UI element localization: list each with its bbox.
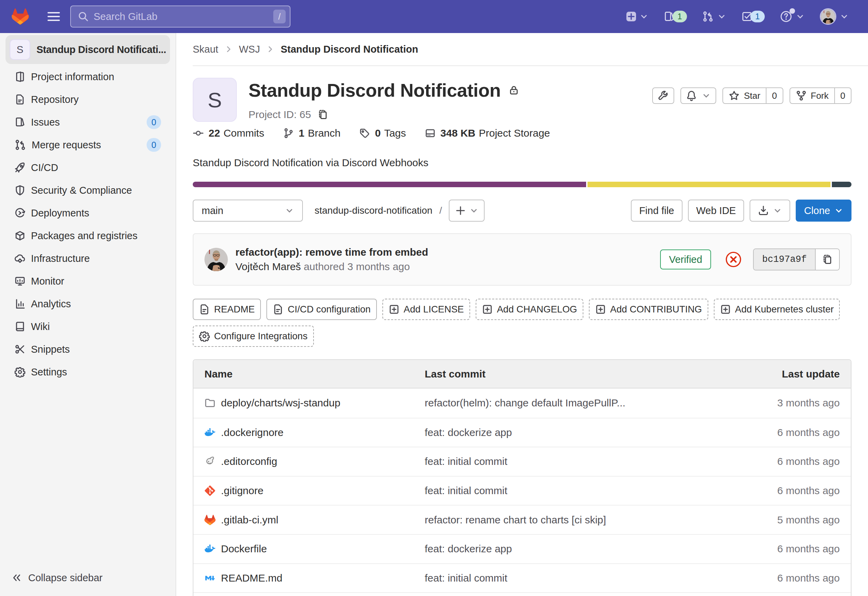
commit-author[interactable]: Vojtěch Mareš xyxy=(235,261,301,272)
gitlab-logo-icon[interactable] xyxy=(12,8,29,25)
project-avatar: S xyxy=(193,78,237,122)
breadcrumb-group[interactable]: Skaut xyxy=(193,44,218,55)
sidebar-project-context[interactable]: S Standup Discord Notificati... xyxy=(6,35,170,64)
column-header-last-commit: Last commit xyxy=(414,368,713,380)
sidebar-item[interactable]: Snippets xyxy=(0,338,176,361)
file-row: .gitlab-ci.yml refactor: rename chart to… xyxy=(193,505,851,534)
breadcrumb-subgroup[interactable]: WSJ xyxy=(239,44,260,55)
sidebar-item-badge: 0 xyxy=(147,115,161,129)
quick-action-button[interactable]: Configure Integrations xyxy=(193,326,314,347)
notifications-button[interactable] xyxy=(681,87,716,104)
sidebar-item[interactable]: Infrastructure xyxy=(0,247,176,270)
sidebar-nav: Project information Repository Issues 0 … xyxy=(0,65,176,384)
plus-square-icon xyxy=(595,304,606,315)
project-stat[interactable]: 348 KB Project Storage xyxy=(425,127,550,139)
plus-icon xyxy=(626,12,636,21)
language-bar[interactable] xyxy=(193,182,852,187)
issues-nav-button[interactable]: 1 xyxy=(664,11,687,22)
file-commit-message[interactable]: refactor(helm): change default ImagePull… xyxy=(425,397,625,409)
file-commit-message[interactable]: refactor: rename chart to charts [ci ski… xyxy=(425,514,606,525)
chevron-down-icon xyxy=(773,206,782,215)
project-stat[interactable]: 1 Branch xyxy=(283,127,341,139)
file-commit-message[interactable]: feat: initial commit xyxy=(425,572,507,584)
sidebar-item[interactable]: Security & Compliance xyxy=(0,179,176,202)
verified-badge[interactable]: Verified xyxy=(660,249,712,270)
user-menu-button[interactable] xyxy=(820,8,849,25)
sidebar-item[interactable]: Analytics xyxy=(0,292,176,315)
file-commit-message[interactable]: feat: dockerize app xyxy=(425,427,512,438)
download-button[interactable] xyxy=(750,199,790,221)
sidebar-item-label: Analytics xyxy=(31,298,71,310)
project-stat[interactable]: 22 Commits xyxy=(193,127,264,139)
clone-button[interactable]: Clone xyxy=(796,199,852,221)
wrench-icon xyxy=(658,90,669,101)
search-bar[interactable]: / xyxy=(70,6,291,28)
sidebar-item[interactable]: Packages and registries xyxy=(0,224,176,247)
commit-message[interactable]: refactor(app): remove time from embed xyxy=(235,246,428,258)
fork-button[interactable]: Fork xyxy=(790,88,834,103)
copy-project-id-icon[interactable] xyxy=(317,109,328,120)
commit-meta: Vojtěch Mareš authored 3 months ago xyxy=(235,261,428,273)
sidebar-item[interactable]: Issues 0 xyxy=(0,111,176,134)
sidebar-item[interactable]: CI/CD xyxy=(0,156,176,179)
settings-wrench-button[interactable] xyxy=(652,87,674,104)
sidebar-item[interactable]: Repository xyxy=(0,88,176,111)
file-commit-message[interactable]: feat: initial commit xyxy=(425,456,507,467)
search-input[interactable] xyxy=(94,11,273,22)
sidebar-project-name: Standup Discord Notificati... xyxy=(37,44,166,55)
todos-nav-button[interactable]: 1 xyxy=(741,11,765,22)
project-stat[interactable]: 0 Tags xyxy=(359,127,406,139)
collapse-sidebar-button[interactable]: Collapse sidebar xyxy=(0,566,176,589)
quick-action-button[interactable]: Add LICENSE xyxy=(382,299,470,320)
commit-author-avatar[interactable] xyxy=(204,248,228,271)
repo-path-root[interactable]: standup-discord-notification xyxy=(314,205,432,216)
merge-request-icon xyxy=(702,11,714,22)
file-name[interactable]: .editorconfig xyxy=(221,456,277,467)
branch-selector[interactable]: main xyxy=(193,199,303,221)
pipeline-failed-icon[interactable] xyxy=(726,252,741,267)
quick-action-button[interactable]: Add CONTRIBUTING xyxy=(589,299,708,320)
file-name[interactable]: .gitignore xyxy=(221,485,263,497)
git-icon xyxy=(204,485,216,496)
markdown-icon xyxy=(204,572,216,584)
sidebar-item[interactable]: Monitor xyxy=(0,270,176,292)
search-icon xyxy=(78,11,89,22)
star-button[interactable]: Star xyxy=(723,88,766,103)
sidebar-item[interactable]: Project information xyxy=(0,65,176,88)
repository-icon xyxy=(15,94,25,105)
quick-action-button[interactable]: Add Kubernetes cluster xyxy=(714,299,840,320)
repo-toolbar: main standup-discord-notification / Find… xyxy=(193,199,852,221)
file-commit-message[interactable]: feat: initial commit xyxy=(425,485,507,496)
copy-sha-button[interactable] xyxy=(815,249,839,270)
file-name[interactable]: README.md xyxy=(221,572,282,584)
sidebar-item[interactable]: Deployments xyxy=(0,202,176,224)
find-file-button[interactable]: Find file xyxy=(631,199,682,221)
notification-dot xyxy=(790,8,795,14)
help-menu-button[interactable] xyxy=(780,10,805,23)
new-menu-button[interactable] xyxy=(626,12,648,21)
star-count[interactable]: 0 xyxy=(766,88,782,103)
sidebar-item[interactable]: Wiki xyxy=(0,315,176,338)
chevron-down-icon xyxy=(285,206,294,215)
hamburger-menu-button[interactable] xyxy=(46,8,62,25)
file-name[interactable]: .dockerignore xyxy=(221,427,283,438)
web-ide-button[interactable]: Web IDE xyxy=(688,199,744,221)
sidebar-item[interactable]: Merge requests 0 xyxy=(0,134,176,156)
file-name[interactable]: .gitlab-ci.yml xyxy=(221,514,278,526)
quick-action-button[interactable]: README xyxy=(193,299,261,320)
fork-count[interactable]: 0 xyxy=(834,88,851,103)
chevron-down-icon xyxy=(702,91,711,100)
quick-action-button[interactable]: Add CHANGELOG xyxy=(476,299,583,320)
project-description: Standup Discord Notification via Discord… xyxy=(193,157,852,169)
stat-value: 348 KB xyxy=(441,127,476,139)
file-name[interactable]: Dockerfile xyxy=(221,543,267,555)
file-row: Dockerfile feat: dockerize app 6 months … xyxy=(193,534,851,563)
quick-action-button[interactable]: CI/CD configuration xyxy=(266,299,377,320)
add-file-dropdown[interactable] xyxy=(449,199,484,221)
file-name[interactable]: deploy/charts/wsj-standup xyxy=(221,397,340,409)
file-commit-message[interactable]: feat: dockerize app xyxy=(425,543,512,555)
wiki-icon xyxy=(15,321,25,332)
sidebar-item-label: Issues xyxy=(31,117,60,128)
sidebar-item[interactable]: Settings xyxy=(0,361,176,384)
merge-requests-nav-button[interactable] xyxy=(702,11,726,22)
